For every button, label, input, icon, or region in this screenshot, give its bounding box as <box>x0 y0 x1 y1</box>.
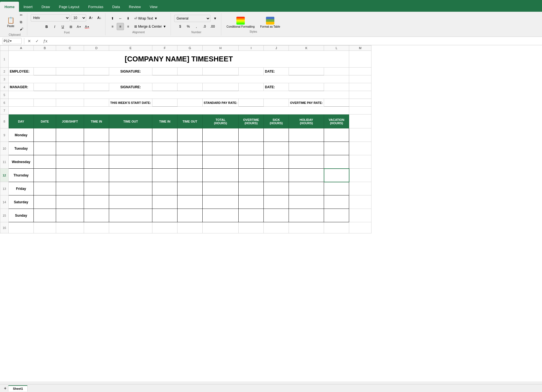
friday-date[interactable] <box>34 182 56 195</box>
tuesday-job[interactable] <box>56 142 84 155</box>
sunday-overtime[interactable] <box>239 209 264 222</box>
sunday-job[interactable] <box>56 209 84 222</box>
monday-timein2[interactable] <box>152 128 177 142</box>
wednesday-job[interactable] <box>56 155 84 169</box>
format-as-table-button[interactable]: Format as Table <box>258 15 282 30</box>
saturday-overtime[interactable] <box>239 195 264 209</box>
col-header-k[interactable]: K <box>289 46 324 51</box>
tab-view[interactable]: View <box>145 2 162 12</box>
wednesday-timein2[interactable] <box>152 155 177 169</box>
col-header-f[interactable]: F <box>152 46 177 51</box>
wednesday-date[interactable] <box>34 155 56 169</box>
friday-vacation[interactable] <box>324 182 349 195</box>
tuesday-timeout1[interactable] <box>109 142 152 155</box>
wrap-text-button[interactable]: ⏎ Wrap Text ▼ <box>132 15 159 22</box>
thursday-vacation[interactable] <box>324 169 349 182</box>
comma-button[interactable]: , <box>193 23 200 30</box>
monday-job[interactable] <box>56 128 84 142</box>
tab-review[interactable]: Review <box>124 2 145 12</box>
format-painter-button[interactable]: 🖌 <box>18 26 25 32</box>
cell-g16[interactable] <box>177 222 202 233</box>
manager-date-2[interactable] <box>324 83 349 91</box>
signature-value-1[interactable] <box>152 68 177 75</box>
tuesday-timein1[interactable] <box>84 142 109 155</box>
manager-sig-i4[interactable] <box>239 83 264 91</box>
standard-pay-value[interactable] <box>239 99 264 107</box>
monday-timeout2[interactable] <box>177 128 202 142</box>
cell-m1[interactable] <box>349 51 371 68</box>
col-header-a[interactable]: A <box>9 46 34 51</box>
wednesday-timein1[interactable] <box>84 155 109 169</box>
manager-sig-2[interactable] <box>177 83 202 91</box>
manager-value-3[interactable] <box>84 83 109 91</box>
spreadsheet-container[interactable]: A B C D E F G H I J K L M 1 [COMPANY NAM… <box>0 45 542 381</box>
underline-button[interactable]: U <box>59 23 66 30</box>
currency-button[interactable]: $ <box>177 23 184 30</box>
thursday-holiday[interactable] <box>289 169 324 182</box>
employee-value-1[interactable] <box>34 68 56 75</box>
align-center-button[interactable]: ≡ <box>117 23 124 30</box>
number-format-select[interactable]: General <box>174 15 210 22</box>
friday-total[interactable] <box>202 182 238 195</box>
cell-m7[interactable] <box>349 107 371 114</box>
percent-button[interactable]: % <box>185 23 192 30</box>
cell-m3[interactable] <box>349 75 371 83</box>
thursday-timein1[interactable] <box>84 169 109 182</box>
saturday-vacation[interactable] <box>324 195 349 209</box>
decrease-font-button[interactable]: A↓ <box>96 14 103 21</box>
monday-sick[interactable] <box>264 128 289 142</box>
increase-font-button[interactable]: A↑ <box>87 14 95 21</box>
thursday-job[interactable] <box>56 169 84 182</box>
increase-decimal-button[interactable]: .00 <box>209 23 216 30</box>
cell-a16[interactable] <box>9 222 34 233</box>
cell-f16[interactable] <box>152 222 177 233</box>
saturday-date[interactable] <box>34 195 56 209</box>
friday-timeout2[interactable] <box>177 182 202 195</box>
thursday-total[interactable] <box>202 169 238 182</box>
wednesday-total[interactable] <box>202 155 238 169</box>
cell-m2[interactable] <box>349 68 371 75</box>
wednesday-vacation[interactable] <box>324 155 349 169</box>
align-middle-button[interactable]: ↔ <box>117 15 124 22</box>
col-header-l[interactable]: L <box>324 46 349 51</box>
cell-m16[interactable] <box>349 222 371 233</box>
formula-input[interactable] <box>51 38 540 44</box>
tuesday-total[interactable] <box>202 142 238 155</box>
sunday-timein1[interactable] <box>84 209 109 222</box>
monday-overtime[interactable] <box>239 128 264 142</box>
friday-sick[interactable] <box>264 182 289 195</box>
wednesday-timeout1[interactable] <box>109 155 152 169</box>
align-left-button[interactable]: ≡ <box>109 23 116 30</box>
cell-d16[interactable] <box>84 222 109 233</box>
col-header-e[interactable]: E <box>109 46 152 51</box>
monday-holiday[interactable] <box>289 128 324 142</box>
col-header-i[interactable]: I <box>239 46 264 51</box>
monday-vacation[interactable] <box>324 128 349 142</box>
sunday-timein2[interactable] <box>152 209 177 222</box>
wednesday-holiday[interactable] <box>289 155 324 169</box>
cell-e16[interactable] <box>109 222 152 233</box>
conditional-formatting-button[interactable]: Conditional Formatting <box>225 15 257 30</box>
col-header-d[interactable]: D <box>84 46 109 51</box>
decrease-decimal-button[interactable]: .0 <box>201 23 208 30</box>
thursday-sick[interactable] <box>264 169 289 182</box>
tab-home[interactable]: Home <box>0 2 19 12</box>
tab-data[interactable]: Data <box>108 2 124 12</box>
tuesday-timeout2[interactable] <box>177 142 202 155</box>
friday-timeout1[interactable] <box>109 182 152 195</box>
sunday-timeout1[interactable] <box>109 209 152 222</box>
confirm-formula-button[interactable]: ✓ <box>34 38 40 44</box>
tuesday-overtime[interactable] <box>239 142 264 155</box>
monday-total[interactable] <box>202 128 238 142</box>
sunday-date[interactable] <box>34 209 56 222</box>
friday-timein1[interactable] <box>84 182 109 195</box>
manager-sig-3[interactable] <box>202 83 238 91</box>
saturday-total[interactable] <box>202 195 238 209</box>
thursday-timeout2[interactable] <box>177 169 202 182</box>
cell-m6[interactable] <box>349 99 371 107</box>
cell-m4[interactable] <box>349 83 371 91</box>
bold-button[interactable]: B <box>43 23 50 30</box>
wednesday-timeout2[interactable] <box>177 155 202 169</box>
font-size-select[interactable]: 10 <box>71 14 86 21</box>
copy-button[interactable]: ⧉ <box>18 19 25 25</box>
